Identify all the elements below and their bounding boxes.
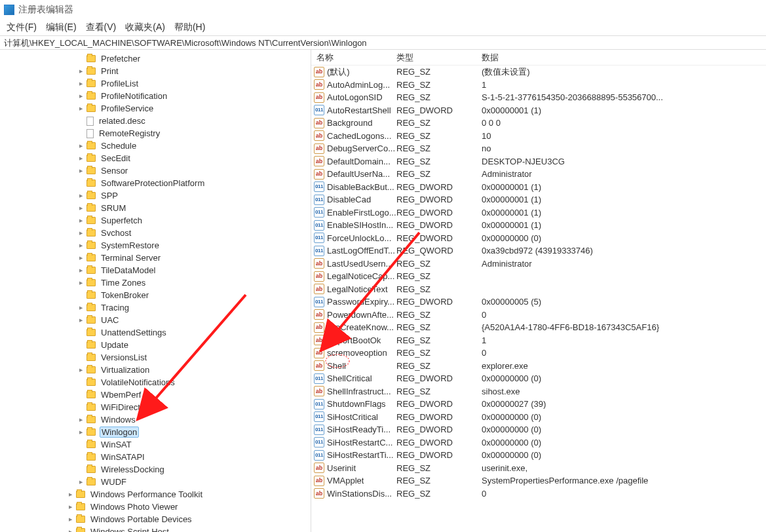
value-row[interactable]: 011SiHostRestartTi...REG_DWORD0x00000000… (311, 449, 766, 462)
chevron-right-icon[interactable]: ▶ (68, 517, 73, 522)
chevron-right-icon[interactable]: ▶ (79, 305, 84, 311)
value-row[interactable]: abAutoLogonSIDREG_SZS-1-5-21-3776154350-… (311, 91, 766, 104)
chevron-right-icon[interactable]: ▶ (79, 318, 84, 323)
value-row[interactable]: ab(默认)REG_SZ(数值未设置) (311, 66, 766, 79)
tree-item[interactable]: ▶Virtualization (4, 364, 311, 376)
value-row[interactable]: 011ShellCriticalREG_DWORD0x00000000 (0) (311, 372, 766, 385)
tree-item[interactable]: ▶Windows Photo Viewer (4, 501, 311, 513)
tree-item[interactable]: ▶WUDF (4, 476, 311, 488)
value-row[interactable]: 011AutoRestartShellREG_DWORD0x00000001 (… (311, 104, 766, 117)
tree-item[interactable]: ▶ProfileNotification (4, 90, 311, 102)
chevron-right-icon[interactable]: ▶ (79, 417, 84, 423)
tree-item[interactable]: ▶SoftwareProtectionPlatform (4, 177, 311, 189)
chevron-right-icon[interactable]: ▶ (79, 193, 84, 199)
tree-item[interactable]: ▶related.desc (4, 115, 311, 127)
menu-edit[interactable]: 编辑(E) (43, 20, 79, 35)
value-row[interactable]: abDefaultUserNa...REG_SZAdministrator (311, 168, 766, 181)
value-row[interactable]: abscremoveoptionREG_SZ0 (311, 347, 766, 360)
value-row[interactable]: abCachedLogons...REG_SZ10 (311, 130, 766, 143)
value-row[interactable]: abShellREG_SZexplorer.exe (311, 360, 766, 373)
value-row[interactable]: 011LastLogOffEndT...REG_QWORD0xa39cbd972… (311, 244, 766, 257)
tree-item[interactable]: ▶WirelessDocking (4, 463, 311, 476)
chevron-right-icon[interactable]: ▶ (79, 243, 84, 248)
value-row[interactable]: abLegalNoticeCap...REG_SZ (311, 270, 766, 283)
chevron-right-icon[interactable]: ▶ (79, 368, 84, 373)
tree-item[interactable]: ▶Terminal Server (4, 252, 311, 264)
tree-item[interactable]: ▶Prefetcher (4, 52, 311, 65)
tree-item[interactable]: ▶TileDataModel (4, 264, 311, 276)
chevron-right-icon[interactable]: ▶ (79, 81, 84, 86)
tree-item[interactable]: ▶SystemRestore (4, 239, 311, 252)
value-row[interactable]: 011ShutdownFlagsREG_DWORD0x00000027 (39) (311, 398, 766, 411)
value-row[interactable]: abPowerdownAfte...REG_SZ0 (311, 309, 766, 322)
value-row[interactable]: 011EnableSIHostIn...REG_DWORD0x00000001 … (311, 219, 766, 232)
chevron-right-icon[interactable]: ▶ (68, 492, 73, 497)
chevron-right-icon[interactable]: ▶ (79, 231, 84, 236)
tree-item[interactable]: ▶VolatileNotifications (4, 376, 311, 389)
menu-view[interactable]: 查看(V) (83, 20, 119, 35)
tree-item[interactable]: ▶ProfileService (4, 102, 311, 115)
chevron-right-icon[interactable]: ▶ (79, 143, 84, 149)
chevron-right-icon[interactable]: ▶ (79, 94, 84, 99)
tree-item[interactable]: ▶Schedule (4, 140, 311, 152)
value-row[interactable]: abLastUsedUsern...REG_SZAdministrator (311, 257, 766, 271)
value-row[interactable]: abAutoAdminLog...REG_SZ1 (311, 79, 766, 92)
value-row[interactable]: abShellInfrastruct...REG_SZsihost.exe (311, 385, 766, 398)
tree-item[interactable]: ▶WiFiDirectAPI (4, 401, 311, 413)
chevron-right-icon[interactable]: ▶ (79, 256, 84, 261)
value-row[interactable]: abPreCreateKnow...REG_SZ{A520A1A4-1780-4… (311, 321, 766, 334)
tree-item[interactable]: ▶UAC (4, 314, 311, 326)
tree-item[interactable]: ▶Windows Portable Devices (4, 513, 311, 525)
tree-item[interactable]: ▶VersionsList (4, 351, 311, 364)
tree-item[interactable]: ▶Winlogon (4, 426, 311, 438)
value-row[interactable]: 011SiHostCriticalREG_DWORD0x00000000 (0) (311, 411, 766, 424)
value-row[interactable]: abDebugServerCo...REG_SZno (311, 142, 766, 155)
value-row[interactable]: abLegalNoticeTextREG_SZ (311, 283, 766, 296)
chevron-right-icon[interactable]: ▶ (68, 529, 73, 532)
tree-item[interactable]: ▶Update (4, 339, 311, 351)
chevron-right-icon[interactable]: ▶ (79, 280, 84, 286)
column-header-name[interactable]: 名称 (311, 52, 396, 64)
menu-favorites[interactable]: 收藏夹(A) (123, 20, 168, 35)
tree-item[interactable]: ▶Windows Script Host (4, 525, 311, 532)
chevron-right-icon[interactable]: ▶ (79, 430, 84, 435)
tree-item[interactable]: ▶WinSATAPI (4, 451, 311, 463)
value-row[interactable]: abBackgroundREG_SZ0 0 0 (311, 117, 766, 130)
chevron-right-icon[interactable]: ▶ (68, 504, 73, 510)
tree-item[interactable]: ▶RemoteRegistry (4, 127, 311, 140)
chevron-right-icon[interactable]: ▶ (79, 106, 84, 111)
tree-item[interactable]: ▶ProfileList (4, 77, 311, 90)
address-bar[interactable]: 计算机\HKEY_LOCAL_MACHINE\SOFTWARE\Microsof… (0, 35, 766, 50)
value-row[interactable]: 011DisableBackBut...REG_DWORD0x00000001 … (311, 181, 766, 194)
value-row[interactable]: 011EnableFirstLogo...REG_DWORD0x00000001… (311, 206, 766, 219)
tree-item[interactable]: ▶SRUM (4, 202, 311, 214)
chevron-right-icon[interactable]: ▶ (79, 480, 84, 485)
chevron-right-icon[interactable]: ▶ (79, 69, 84, 74)
tree-item[interactable]: ▶Svchost (4, 227, 311, 239)
tree-item[interactable]: ▶Print (4, 65, 311, 77)
tree-item[interactable]: ▶WinSAT (4, 438, 311, 451)
tree-item[interactable]: ▶SPP (4, 189, 311, 202)
tree-item[interactable]: ▶Windows (4, 413, 311, 426)
chevron-right-icon[interactable]: ▶ (79, 268, 84, 273)
tree-item[interactable]: ▶SecEdit (4, 152, 311, 164)
value-list[interactable]: 名称 类型 数据 ab(默认)REG_SZ(数值未设置)abAutoAdminL… (311, 50, 766, 532)
tree-item[interactable]: ▶TokenBroker (4, 289, 311, 301)
value-row[interactable]: 011PasswordExpiry...REG_DWORD0x00000005 … (311, 295, 766, 309)
tree-item[interactable]: ▶Time Zones (4, 276, 311, 289)
chevron-right-icon[interactable]: ▶ (79, 168, 84, 174)
value-row[interactable]: abReportBootOkREG_SZ1 (311, 334, 766, 347)
tree-item[interactable]: ▶Tracing (4, 301, 311, 314)
value-row[interactable]: 011DisableCadREG_DWORD0x00000001 (1) (311, 193, 766, 206)
tree-item[interactable]: ▶UnattendSettings (4, 326, 311, 339)
value-row[interactable]: 011SiHostReadyTi...REG_DWORD0x00000000 (… (311, 423, 766, 436)
chevron-right-icon[interactable]: ▶ (79, 206, 84, 211)
menu-help[interactable]: 帮助(H) (172, 20, 208, 35)
chevron-right-icon[interactable]: ▶ (79, 218, 84, 223)
value-row[interactable]: 011ForceUnlockLo...REG_DWORD0x00000000 (… (311, 232, 766, 245)
column-header-type[interactable]: 类型 (396, 52, 482, 64)
value-row[interactable]: abDefaultDomain...REG_SZDESKTOP-NJEU3CG (311, 155, 766, 168)
key-tree[interactable]: ▶Prefetcher▶Print▶ProfileList▶ProfileNot… (0, 50, 311, 532)
value-row[interactable]: abVMAppletREG_SZSystemPropertiesPerforma… (311, 474, 766, 487)
tree-item[interactable]: ▶Windows Performance Toolkit (4, 488, 311, 501)
